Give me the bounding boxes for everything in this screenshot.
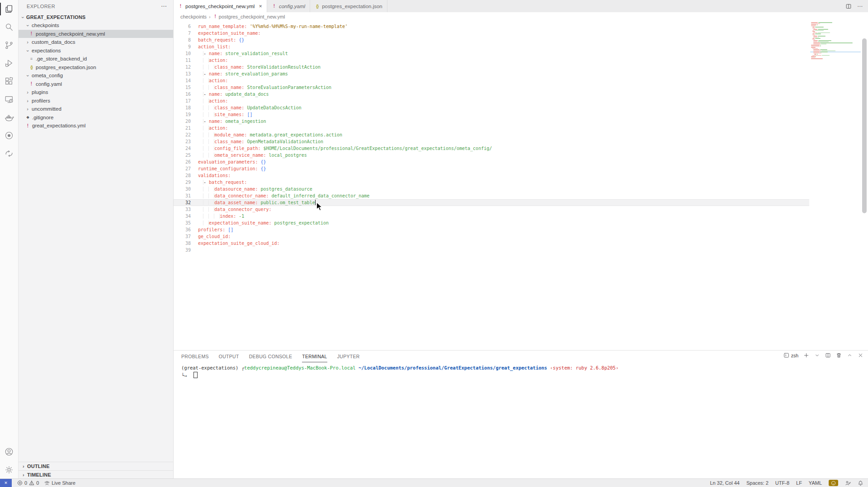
code-line-18[interactable]: 18 class_name: UpdateDataDocsAction: [174, 104, 809, 111]
editor-more-actions-icon[interactable]: ⋯: [857, 4, 863, 9]
tree-item-uncommitted[interactable]: ›uncommitted: [19, 105, 173, 113]
code-line-20[interactable]: 20 - name: ometa_ingestion: [174, 118, 809, 125]
code-line-9[interactable]: 9action_list:: [174, 43, 809, 50]
tab-postgres-expectation-json[interactable]: {}postgres_expectation.json: [310, 0, 387, 12]
explorer-icon[interactable]: [0, 0, 18, 18]
tree-item-ometa-config[interactable]: ›ometa_config: [19, 71, 173, 80]
accounts-icon[interactable]: [0, 443, 18, 461]
code-line-26[interactable]: 26evaluation_parameters: {}: [174, 159, 809, 165]
panel-tab-debug-console[interactable]: DEBUG CONSOLE: [249, 351, 292, 362]
code-line-8[interactable]: 8batch_request: {}: [174, 37, 809, 43]
maximize-panel-icon[interactable]: [847, 352, 853, 358]
code-line-27[interactable]: 27runtime_configuration: {}: [174, 165, 809, 172]
code-line-28[interactable]: 28validations:: [174, 172, 809, 179]
run-debug-icon[interactable]: [0, 54, 18, 72]
code-line-22[interactable]: 22 module_name: metadata.great_expectati…: [174, 131, 809, 138]
code-line-15[interactable]: 15 class_name: StoreEvaluationParameters…: [174, 84, 809, 91]
live-share-status[interactable]: Live Share: [44, 480, 75, 486]
code-editor[interactable]: 6run_name_template: '%Y%m%d-%H%M%S-my-ru…: [174, 21, 868, 350]
tree-item-profilers[interactable]: ›profilers: [19, 97, 173, 105]
tree-item-great-expectations-yml[interactable]: !great_expectations.yml: [19, 122, 173, 130]
tree-item-expectations[interactable]: ›expectations: [19, 47, 173, 55]
panel-tab-jupyter[interactable]: JUPYTER: [337, 351, 360, 362]
remote-indicator[interactable]: ✕: [0, 479, 12, 487]
trash-icon[interactable]: [836, 352, 842, 358]
status-item-utf-8[interactable]: UTF-8: [775, 480, 789, 486]
status-item-yaml[interactable]: YAML: [809, 480, 822, 486]
split-terminal-icon[interactable]: [825, 352, 831, 358]
code-line-37[interactable]: 37ge_cloud_id:: [174, 233, 809, 240]
search-icon[interactable]: [0, 18, 18, 36]
status-item-lf[interactable]: LF: [796, 480, 802, 486]
tab-config-yaml[interactable]: !config.yaml: [267, 0, 310, 12]
code-line-39[interactable]: 39: [174, 247, 809, 253]
tree-item-config-yaml[interactable]: !config.yaml: [19, 80, 173, 89]
code-line-30[interactable]: 30 datasource_name: postgres_datasource: [174, 186, 809, 192]
code-line-35[interactable]: 35 expectation_suite_name: postgres_expe…: [174, 220, 809, 226]
code-line-33[interactable]: 33 data_connector_query:: [174, 206, 809, 213]
source-control-icon[interactable]: [0, 36, 18, 54]
timeline-section[interactable]: › TIMELINE: [19, 470, 173, 479]
bell-icon[interactable]: [858, 480, 863, 486]
extensions-icon[interactable]: [0, 72, 18, 90]
code-line-10[interactable]: 10 - name: store_validation_result: [174, 50, 809, 57]
terminal-shell-picker[interactable]: zsh: [783, 352, 798, 358]
problems-status[interactable]: 0 0: [17, 480, 39, 486]
tab-postgres-checkpoint-new-yml[interactable]: !postgres_checkpoint_new.yml✕: [174, 0, 267, 13]
tree-item-postgres-checkpoint-new-yml[interactable]: !postgres_checkpoint_new.yml: [19, 30, 173, 38]
code-line-21[interactable]: 21 action:: [174, 125, 809, 131]
docker-icon[interactable]: [0, 108, 18, 126]
tree-item--gitignore[interactable]: ◆.gitignore: [19, 113, 173, 122]
breadcrumb[interactable]: checkpoints › ! postgres_checkpoint_new.…: [174, 12, 868, 21]
code-line-31[interactable]: 31 data_connector_name: default_inferred…: [174, 192, 809, 199]
code-line-6[interactable]: 6run_name_template: '%Y%m%d-%H%M%S-my-ru…: [174, 23, 809, 30]
code-line-32[interactable]: 32 data_asset_name: public.om_test_table: [174, 199, 809, 206]
breadcrumb-folder[interactable]: checkpoints: [180, 14, 207, 19]
breadcrumb-file[interactable]: postgres_checkpoint_new.yml: [219, 14, 285, 19]
new-terminal-icon[interactable]: [803, 352, 809, 358]
remote-explorer-icon[interactable]: [0, 90, 18, 108]
tree-item-checkpoints[interactable]: ›checkpoints: [19, 21, 173, 30]
code-line-17[interactable]: 17 action:: [174, 98, 809, 104]
code-line-16[interactable]: 16 - name: update_data_docs: [174, 91, 809, 98]
code-line-36[interactable]: 36profilers: []: [174, 226, 809, 233]
close-panel-icon[interactable]: [858, 352, 863, 358]
live-share-label: Live Share: [52, 480, 75, 486]
code-line-29[interactable]: 29 - batch_request:: [174, 179, 809, 186]
live-share-icon[interactable]: [0, 145, 18, 163]
tree-item-postgres-expectation-json[interactable]: {}postgres_expectation.json: [19, 63, 173, 72]
split-editor-icon[interactable]: [845, 3, 852, 9]
feedback-smiley-badge[interactable]: [829, 480, 838, 486]
settings-icon[interactable]: [0, 461, 18, 479]
code-line-34[interactable]: 34 index: -1: [174, 213, 809, 220]
chevron-right-icon: ›: [25, 89, 30, 95]
code-line-7[interactable]: 7expectation_suite_name:: [174, 30, 809, 37]
jupyter-icon[interactable]: [0, 126, 18, 145]
status-item-spaces-2[interactable]: Spaces: 2: [746, 480, 769, 486]
outline-section[interactable]: › OUTLINE: [19, 462, 173, 470]
code-line-23[interactable]: 23 class_name: OpenMetadataValidationAct…: [174, 138, 809, 145]
minimap[interactable]: [810, 21, 861, 156]
code-line-11[interactable]: 11 action:: [174, 57, 809, 64]
code-line-14[interactable]: 14 action:: [174, 77, 809, 84]
code-line-38[interactable]: 38expectation_suite_ge_cloud_id:: [174, 240, 809, 247]
panel-tab-terminal[interactable]: TERMINAL: [302, 351, 327, 362]
tree-item-custom-data-docs[interactable]: ›custom_data_docs: [19, 38, 173, 47]
status-item-ln-32-col-44[interactable]: Ln 32, Col 44: [710, 480, 739, 486]
terminal[interactable]: (great-expectations) ┌teddycrepineau@Ted…: [181, 365, 859, 379]
more-actions-icon[interactable]: ⋯: [161, 4, 167, 9]
editor-scrollbar[interactable]: [862, 38, 867, 213]
chevron-down-icon[interactable]: [814, 352, 820, 358]
tree-item--ge-store-backend-id[interactable]: ≡.ge_store_backend_id: [19, 55, 173, 63]
tree-root-folder[interactable]: › GREAT_EXPECTATIONS: [19, 13, 173, 21]
panel-tab-output[interactable]: OUTPUT: [219, 351, 239, 362]
code-line-25[interactable]: 25 ometa_service_name: local_postgres: [174, 152, 809, 159]
code-line-12[interactable]: 12 class_name: StoreValidationResultActi…: [174, 64, 809, 70]
code-line-24[interactable]: 24 config_file_path: $HOME/LocalDocument…: [174, 145, 809, 152]
close-icon[interactable]: ✕: [259, 4, 262, 9]
tree-item-plugins[interactable]: ›plugins: [19, 88, 173, 97]
code-line-19[interactable]: 19 site_names: []: [174, 111, 809, 118]
feedback-icon[interactable]: [845, 480, 851, 486]
code-line-13[interactable]: 13 - name: store_evaluation_params: [174, 70, 809, 77]
panel-tab-problems[interactable]: PROBLEMS: [181, 351, 209, 362]
